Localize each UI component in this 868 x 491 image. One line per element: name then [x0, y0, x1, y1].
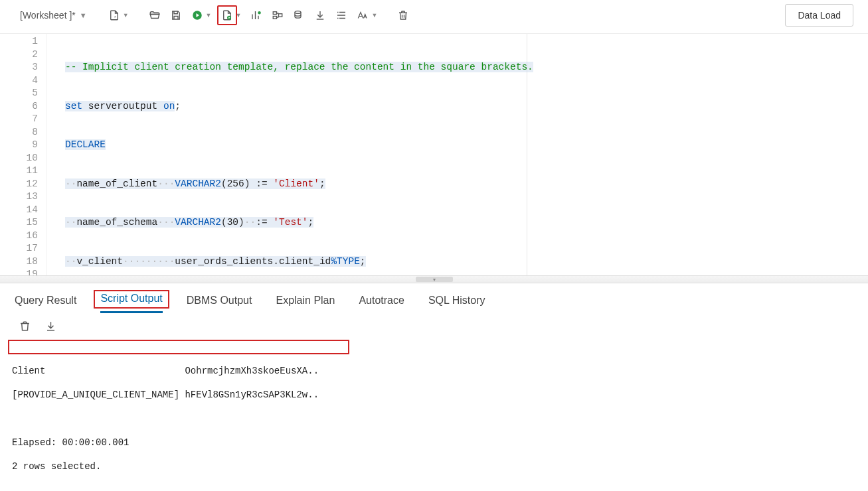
data-load-button[interactable]: Data Load — [785, 4, 853, 27]
download-icon[interactable] — [310, 5, 330, 25]
line-gutter: 123 456 789 101112 131415 161718 192021 … — [0, 34, 46, 275]
tab-autotrace[interactable]: Autotrace — [359, 295, 404, 313]
trash-icon[interactable] — [393, 5, 413, 25]
output-download-icon[interactable] — [44, 320, 57, 334]
tab-dbms-output[interactable]: DBMS Output — [187, 295, 252, 313]
output-clear-icon[interactable] — [19, 320, 31, 334]
tab-explain-plan[interactable]: Explain Plan — [276, 295, 335, 313]
output-row-2: [PROVIDE_A_UNIQUE_CLIENT_NAME] hFEVl8GSn… — [12, 389, 856, 401]
save-icon[interactable] — [166, 5, 186, 25]
output-highlight-box — [8, 340, 349, 354]
explain-plan-icon[interactable] — [246, 5, 266, 25]
svg-text:*: * — [114, 15, 116, 20]
output-rowcount: 2 rows selected. — [12, 460, 856, 472]
font-size-icon[interactable] — [353, 5, 373, 25]
output-toolbar — [0, 313, 868, 338]
db-refresh-icon[interactable] — [289, 5, 309, 25]
svg-rect-6 — [279, 14, 282, 17]
worksheet-dropdown-caret[interactable]: ▼ — [80, 11, 87, 19]
svg-rect-5 — [274, 17, 277, 19]
svg-rect-4 — [274, 12, 277, 15]
run-statement-icon[interactable] — [187, 5, 207, 25]
tab-script-output[interactable]: Script Output — [100, 293, 162, 313]
code-body[interactable]: -- Implicit client creation template, re… — [46, 34, 811, 275]
run-script-icon[interactable] — [217, 5, 237, 25]
open-file-icon[interactable] — [145, 5, 165, 25]
output-row-1: Client OohrmcjhzmXh3skoeEusXA.. — [12, 365, 856, 377]
worksheet-label[interactable]: [Worksheet ]* — [20, 10, 76, 21]
code-editor[interactable]: 123 456 789 101112 131415 161718 192021 … — [0, 34, 868, 275]
output-elapsed: Elapsed: 00:00:00.001 — [12, 437, 856, 449]
svg-point-7 — [295, 11, 301, 14]
toolbar: [Worksheet ]* ▼ * ▼ ▼ ▼ ▼ Data Load — [0, 0, 868, 34]
script-output-body: Client OohrmcjhzmXh3skoeEusXA.. [PROVIDE… — [0, 338, 868, 491]
panel-splitter[interactable]: ▾ — [0, 275, 868, 283]
new-file-icon[interactable]: * — [104, 5, 124, 25]
autotrace-icon[interactable] — [268, 5, 288, 25]
tab-sql-history[interactable]: SQL History — [428, 295, 485, 313]
format-icon[interactable] — [331, 5, 351, 25]
results-tabs: Query Result Script Output DBMS Output E… — [0, 283, 868, 313]
tab-query-result[interactable]: Query Result — [15, 295, 76, 313]
svg-point-3 — [258, 11, 262, 15]
splitter-handle[interactable]: ▾ — [416, 277, 453, 282]
